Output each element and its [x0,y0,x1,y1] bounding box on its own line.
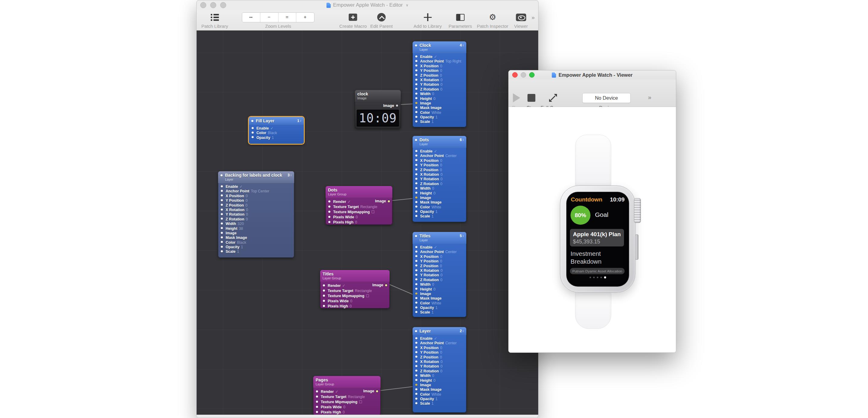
input-port-icon[interactable] [415,374,417,376]
input-port-icon[interactable] [415,192,417,194]
node-param-height[interactable]: Height0 [412,190,466,195]
input-port-icon[interactable] [415,116,417,118]
input-port-icon[interactable] [252,132,254,134]
node-param-opacity[interactable]: Opacity1 [218,244,294,249]
input-port-icon[interactable] [415,347,417,349]
input-port-icon[interactable] [415,342,417,344]
input-port-icon[interactable] [415,278,417,280]
input-port-icon[interactable] [221,185,223,187]
input-port-icon[interactable] [415,397,417,399]
node-param-y-position[interactable]: Y Position0 [412,162,466,167]
input-port-icon[interactable] [415,65,417,67]
output-port-icon[interactable] [388,200,390,202]
node-param-y-rotation[interactable]: Y Rotation0 [412,364,466,368]
node-param-y-rotation[interactable]: Y Rotation0 [412,272,466,277]
input-port-icon[interactable] [415,83,417,86]
input-port-icon[interactable] [415,356,417,358]
node-param-x-position[interactable]: X Position0 [412,158,466,162]
node-param-z-rotation[interactable]: Z Rotation0 [218,216,294,221]
node-param-opacity[interactable]: Opacity1 [412,209,466,213]
input-port-icon[interactable] [415,360,417,362]
node-port[interactable] [251,120,253,122]
node-param-render[interactable]: Render✓Image [313,389,380,394]
node-param-width[interactable]: Width0 [412,373,466,378]
input-port-icon[interactable] [415,69,417,71]
node-param-pixels-high[interactable]: Pixels High0 [313,409,380,414]
input-port-icon[interactable] [221,250,223,252]
output-port-icon[interactable] [396,104,398,107]
input-port-icon[interactable] [415,311,417,313]
node-param-texture-target[interactable]: Texture TargetRectangle [326,204,392,209]
node-param-image[interactable]: Image [412,382,466,387]
node-param-x-rotation[interactable]: X Rotation0 [412,172,466,176]
node-param-width[interactable]: Width0 [412,282,466,286]
node-param-z-position[interactable]: Z Position0 [412,167,466,172]
node-count-badge[interactable]: 6↕ [460,138,464,142]
node-param-scale[interactable]: Scale1 [412,119,466,123]
input-port-icon[interactable] [316,395,318,397]
input-port-icon[interactable] [415,196,417,199]
toolbar-overflow-button[interactable]: » [532,14,535,21]
node-param-enable[interactable]: Enable✓ [412,149,466,153]
input-port-icon[interactable] [415,159,417,161]
input-port-icon[interactable] [415,283,417,285]
node-count-badge[interactable]: 1↕ [297,118,302,123]
input-port-icon[interactable] [415,402,417,405]
node-param-color[interactable]: ColorBlack [249,130,304,135]
node-param-height[interactable]: Height0 [412,378,466,382]
close-button[interactable] [200,2,206,8]
input-port-icon[interactable] [415,260,417,262]
node-param-color[interactable]: ColorWhite [412,205,466,209]
node-count-badge[interactable]: 4↕ [460,43,464,48]
input-port-icon[interactable] [415,210,417,212]
input-port-icon[interactable] [415,292,417,295]
parameters-button[interactable]: Parameters [448,11,472,29]
node-param-image[interactable]: Image [412,195,466,200]
node-param-x-rotation[interactable]: X Rotation0 [412,359,466,364]
input-port-icon[interactable] [415,106,417,109]
input-port-icon[interactable] [415,111,417,113]
input-port-icon[interactable] [415,169,417,171]
input-port-icon[interactable] [415,370,417,372]
patch-node-clock-layer[interactable]: Clock4↕LayerEnable✓Anchor PointTop Right… [412,41,466,127]
node-output-image[interactable]: Image [355,102,401,109]
input-port-icon[interactable] [316,406,318,408]
node-param-texture-mipmapping[interactable]: Texture Mipmapping☐ [326,209,392,214]
input-port-icon[interactable] [415,187,417,189]
node-param-mask-image[interactable]: Mask Image [218,235,294,239]
node-param-color[interactable]: ColorBlack [218,240,294,244]
input-port-icon[interactable] [221,213,223,215]
input-port-icon[interactable] [415,150,417,152]
node-param-anchor-point[interactable]: Anchor PointCenter [412,153,466,158]
node-param-anchor-point[interactable]: Anchor PointTop Center [218,188,294,193]
node-param-opacity[interactable]: Opacity1 [412,396,466,401]
node-param-image[interactable]: Image [218,231,294,235]
node-param-color[interactable]: ColorWhite [412,392,466,396]
node-port[interactable] [415,44,417,47]
zoom-button[interactable] [220,2,226,8]
output-port-icon[interactable] [385,284,387,286]
node-output-image[interactable]: Image [375,199,390,204]
input-port-icon[interactable] [221,199,223,201]
node-param-height[interactable]: Height0 [412,287,466,291]
input-port-icon[interactable] [415,215,417,217]
node-param-render[interactable]: Render✓Image [320,283,390,288]
input-port-icon[interactable] [323,305,325,307]
minimize-button[interactable] [521,72,526,78]
input-port-icon[interactable] [221,218,223,220]
output-port-icon[interactable] [376,390,378,392]
node-output-image[interactable]: Image [372,283,387,288]
node-param-z-rotation[interactable]: Z Rotation0 [412,277,466,282]
node-param-z-rotation[interactable]: Z Rotation0 [412,368,466,373]
node-param-y-position[interactable]: Y Position0 [218,198,294,202]
node-param-pixels-high[interactable]: Pixels High0 [320,303,390,308]
node-param-enable[interactable]: Enable✓ [412,336,466,340]
node-param-x-position[interactable]: X Position0 [412,345,466,350]
input-port-icon[interactable] [415,164,417,166]
node-param-width[interactable]: Width320 [218,221,294,226]
input-port-icon[interactable] [252,136,254,138]
node-param-width[interactable]: Width0 [412,91,466,96]
patch-node-fill-layer[interactable]: Fill Layer1↕Enable✓ColorBlackOpacity1 [249,117,304,144]
input-port-icon[interactable] [316,400,318,402]
node-param-y-position[interactable]: Y Position0 [412,259,466,263]
